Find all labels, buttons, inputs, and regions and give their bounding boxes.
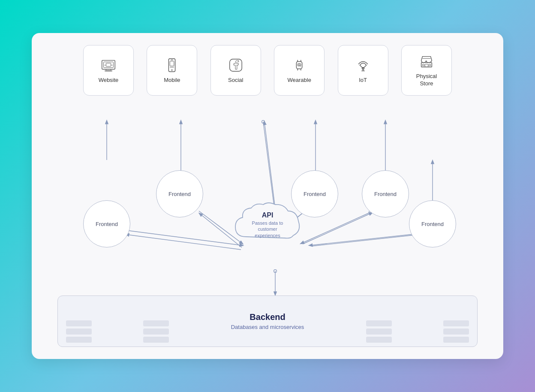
website-icon <box>100 57 117 73</box>
backend-box: Backend Databases and microservices <box>57 296 478 347</box>
frontend-iot-label: Frontend <box>374 191 397 197</box>
channel-physical-store-label: Physical Store <box>416 73 437 87</box>
backend-content: Backend Databases and microservices <box>231 312 304 330</box>
channel-iot: IoT <box>338 45 388 96</box>
svg-line-14 <box>303 213 371 244</box>
frontend-physical-store: Frontend <box>409 200 456 247</box>
frontend-physical-store-label: Frontend <box>421 221 444 227</box>
svg-rect-20 <box>104 62 114 67</box>
channel-mobile-label: Mobile <box>164 77 180 84</box>
svg-rect-45 <box>422 64 424 66</box>
frontend-wearable-label: Frontend <box>304 191 326 197</box>
svg-rect-46 <box>429 64 431 66</box>
svg-point-28 <box>171 69 173 71</box>
frontend-mobile-label: Frontend <box>168 191 191 197</box>
backend-subtitle: Databases and microservices <box>231 324 304 330</box>
svg-line-16 <box>310 234 418 245</box>
channel-wearable: Wearable <box>274 45 325 96</box>
mobile-icon <box>164 57 180 73</box>
api-cloud: API Passes data tocustomer experiences <box>229 200 306 249</box>
iot-icon <box>355 57 371 73</box>
store-icon <box>418 53 435 69</box>
wearable-icon <box>291 57 307 73</box>
svg-rect-43 <box>421 63 432 67</box>
channel-website-label: Website <box>99 77 119 84</box>
frontend-mobile: Frontend <box>156 170 203 217</box>
channel-social: Social <box>210 45 261 96</box>
diagram-card: .arr { stroke: #8899bb; stroke-width: 1.… <box>32 33 503 359</box>
svg-rect-22 <box>105 70 112 71</box>
svg-rect-29 <box>170 61 174 66</box>
svg-rect-44 <box>425 64 428 67</box>
social-icon <box>228 57 244 73</box>
svg-point-38 <box>298 64 300 66</box>
svg-line-17 <box>311 235 418 246</box>
channel-mobile: Mobile <box>147 45 197 96</box>
svg-rect-26 <box>169 58 175 71</box>
channel-website: Website <box>83 45 134 96</box>
svg-rect-32 <box>297 61 302 69</box>
channel-physical-store: Physical Store <box>401 45 452 96</box>
svg-line-2 <box>126 230 242 245</box>
svg-rect-23 <box>106 63 111 66</box>
cloud-shape <box>229 200 306 247</box>
svg-rect-19 <box>102 60 115 69</box>
frontend-website-label: Frontend <box>96 221 118 227</box>
channel-wearable-label: Wearable <box>287 77 311 84</box>
channel-iot-label: IoT <box>359 77 367 84</box>
channel-social-label: Social <box>228 77 243 84</box>
frontend-iot: Frontend <box>362 170 409 217</box>
svg-line-3 <box>127 235 241 250</box>
channels-row: Website Mobile Social <box>83 45 452 96</box>
backend-title: Backend <box>231 312 304 322</box>
frontend-website: Frontend <box>83 200 130 247</box>
